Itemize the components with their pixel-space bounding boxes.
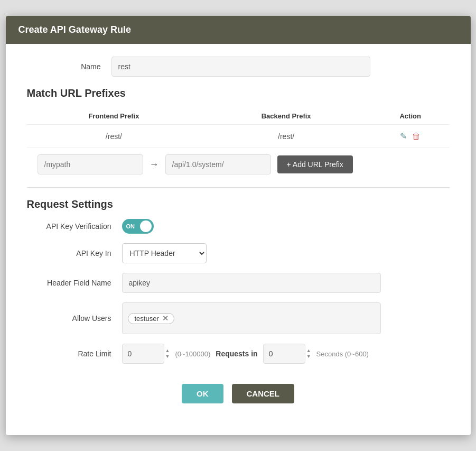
- rate-limit-arrows: ▲ ▼: [165, 348, 170, 360]
- seconds-down[interactable]: ▼: [306, 354, 311, 360]
- rate-limit-hint: (0~100000): [175, 350, 210, 358]
- ok-button[interactable]: OK: [182, 384, 223, 403]
- seconds-input[interactable]: [263, 344, 305, 364]
- api-key-toggle[interactable]: ON: [122, 219, 154, 234]
- section-divider: [27, 187, 450, 188]
- add-url-prefix-button[interactable]: + Add URL Prefix: [277, 155, 353, 173]
- toggle-slider: ON: [122, 219, 154, 234]
- toggle-on-label: ON: [126, 223, 135, 229]
- modal-title: Create API Gateway Rule: [18, 24, 131, 35]
- seconds-arrows: ▲ ▼: [306, 348, 311, 360]
- rate-limit-input[interactable]: [122, 344, 164, 364]
- seconds-hint: Seconds (0~600): [316, 350, 369, 358]
- name-label: Name: [27, 62, 111, 71]
- modal-header: Create API Gateway Rule: [6, 16, 471, 44]
- api-key-in-row: API Key In HTTP Header Query String: [27, 243, 450, 263]
- edit-prefix-button[interactable]: ✎: [399, 130, 408, 142]
- rate-limit-up[interactable]: ▲: [165, 348, 170, 354]
- arrow-icon: →: [150, 159, 159, 170]
- rate-limit-row: Rate Limit ▲ ▼ (0~100000) Requests in: [27, 344, 450, 364]
- requests-in-label: Requests in: [216, 349, 257, 358]
- modal-footer: OK CANCEL: [27, 373, 450, 419]
- modal-container: Create API Gateway Rule Name Match URL P…: [6, 16, 471, 435]
- name-row: Name: [27, 57, 450, 77]
- add-prefix-row: → + Add URL Prefix: [27, 154, 450, 174]
- header-field-name-input[interactable]: [122, 273, 381, 293]
- url-prefix-title: Match URL Prefixes: [27, 87, 450, 99]
- allow-users-tags-input[interactable]: testuser ✕: [122, 302, 381, 334]
- cancel-button[interactable]: CANCEL: [232, 384, 295, 403]
- seconds-up[interactable]: ▲: [306, 348, 311, 354]
- allow-users-label: Allow Users: [27, 314, 122, 323]
- col-action-header: Action: [371, 108, 450, 125]
- api-key-in-select[interactable]: HTTP Header Query String: [122, 243, 207, 263]
- table-row: /rest/ /rest/ ✎ 🗑: [27, 125, 450, 148]
- seconds-spinner: ▲ ▼: [263, 344, 311, 364]
- rate-limit-spinner: ▲ ▼: [122, 344, 170, 364]
- delete-prefix-button[interactable]: 🗑: [411, 130, 422, 142]
- name-input[interactable]: [111, 57, 370, 77]
- user-tag: testuser ✕: [128, 313, 174, 324]
- url-prefix-table: Frontend Prefix Backend Prefix Action /r…: [27, 108, 450, 148]
- user-tag-remove[interactable]: ✕: [162, 315, 169, 322]
- backend-prefix-cell: /rest/: [201, 125, 371, 148]
- api-key-label: API Key Verification: [27, 222, 122, 231]
- header-field-name-label: Header Field Name: [27, 279, 122, 287]
- request-settings-section: Request Settings API Key Verification ON…: [27, 198, 450, 364]
- action-cell: ✎ 🗑: [371, 125, 450, 148]
- frontend-prefix-cell: /rest/: [27, 125, 201, 148]
- api-key-toggle-wrapper: ON: [122, 219, 154, 234]
- new-frontend-input[interactable]: [38, 154, 143, 174]
- api-key-in-label: API Key In: [27, 249, 122, 257]
- rate-limit-controls: ▲ ▼ (0~100000) Requests in ▲ ▼ Seconds (…: [122, 344, 369, 364]
- allow-users-row: Allow Users testuser ✕: [27, 302, 450, 334]
- header-field-name-row: Header Field Name: [27, 273, 450, 293]
- request-settings-title: Request Settings: [27, 198, 450, 210]
- rate-limit-down[interactable]: ▼: [165, 354, 170, 360]
- api-key-verification-row: API Key Verification ON: [27, 219, 450, 234]
- rate-limit-label: Rate Limit: [27, 349, 122, 358]
- col-frontend-header: Frontend Prefix: [27, 108, 201, 125]
- user-tag-label: testuser: [135, 315, 159, 323]
- url-prefix-section: Match URL Prefixes Frontend Prefix Backe…: [27, 87, 450, 174]
- modal-body: Name Match URL Prefixes Frontend Prefix …: [6, 44, 471, 435]
- col-backend-header: Backend Prefix: [201, 108, 371, 125]
- new-backend-input[interactable]: [165, 154, 271, 174]
